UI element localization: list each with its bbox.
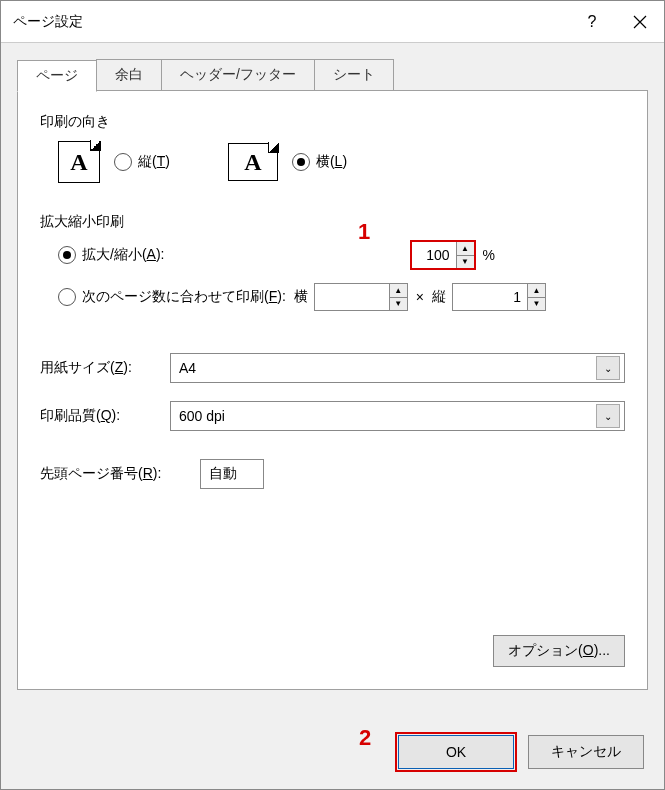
print-quality-label: 印刷品質(Q): (40, 407, 170, 425)
ok-button[interactable]: OK (398, 735, 514, 769)
fit-wide-label: 横 (294, 288, 308, 306)
paper-size-row: 用紙サイズ(Z): A4 ⌄ (40, 353, 625, 383)
fit-wide-input[interactable] (315, 284, 389, 310)
fit-radio-label: 次のページ数に合わせて印刷(F): (82, 288, 286, 306)
chevron-up-icon[interactable]: ▲ (528, 284, 545, 298)
landscape-radio-button[interactable] (292, 153, 310, 171)
print-quality-value: 600 dpi (179, 408, 225, 424)
print-quality-row: 印刷品質(Q): 600 dpi ⌄ (40, 401, 625, 431)
portrait-radio-button[interactable] (114, 153, 132, 171)
close-icon (633, 15, 647, 29)
tab-page[interactable]: ページ (17, 60, 97, 92)
dialog-title: ページ設定 (1, 13, 568, 31)
tab-sheet[interactable]: シート (314, 59, 394, 91)
fit-radio-button[interactable] (58, 288, 76, 306)
scaling-adjust-row: 拡大/縮小(A): 1 ▲▼ % (58, 241, 625, 269)
print-quality-dropdown[interactable]: 600 dpi ⌄ (170, 401, 625, 431)
chevron-up-icon[interactable]: ▲ (390, 284, 407, 298)
adjust-spinbox[interactable]: ▲▼ (411, 241, 475, 269)
chevron-down-icon[interactable]: ▼ (390, 298, 407, 311)
spin-arrows[interactable]: ▲▼ (456, 242, 474, 268)
landscape-radio[interactable]: 横(L) (292, 153, 347, 171)
dialog-content: ページ 余白 ヘッダー/フッター シート 印刷の向き A 縦(T) A (1, 43, 664, 721)
help-button[interactable]: ? (568, 1, 616, 43)
portrait-icon: A (58, 141, 100, 183)
adjust-radio-label: 拡大/縮小(A): (82, 246, 164, 264)
times-label: × (416, 289, 424, 305)
landscape-icon: A (228, 143, 278, 181)
tab-bar: ページ 余白 ヘッダー/フッター シート (17, 59, 648, 91)
spin-arrows[interactable]: ▲▼ (389, 284, 407, 310)
orientation-row: A 縦(T) A 横(L) (58, 141, 625, 183)
cancel-button[interactable]: キャンセル (528, 735, 644, 769)
callout-1: 1 (358, 219, 370, 245)
fit-wide-spinbox[interactable]: ▲▼ (314, 283, 408, 311)
close-button[interactable] (616, 1, 664, 43)
tab-margins[interactable]: 余白 (96, 59, 162, 91)
titlebar: ページ設定 ? (1, 1, 664, 43)
spin-arrows[interactable]: ▲▼ (527, 284, 545, 310)
first-page-row: 先頭ページ番号(R): 自動 (40, 459, 625, 489)
portrait-radio[interactable]: 縦(T) (114, 153, 170, 171)
adjust-input[interactable] (412, 242, 456, 268)
adjust-radio[interactable]: 拡大/縮小(A): (58, 246, 164, 264)
dialog-footer: 2 OK キャンセル (1, 721, 664, 789)
chevron-down-icon[interactable]: ⌄ (596, 404, 620, 428)
first-page-input[interactable]: 自動 (200, 459, 264, 489)
page-setup-dialog: ページ設定 ? ページ 余白 ヘッダー/フッター シート 印刷の向き A 縦(T… (0, 0, 665, 790)
adjust-radio-button[interactable] (58, 246, 76, 264)
first-page-label: 先頭ページ番号(R): (40, 465, 200, 483)
fit-tall-label: 縦 (432, 288, 446, 306)
options-button[interactable]: オプション(O)... (493, 635, 625, 667)
chevron-down-icon[interactable]: ⌄ (596, 356, 620, 380)
chevron-down-icon[interactable]: ▼ (457, 256, 474, 269)
orientation-group-label: 印刷の向き (40, 113, 625, 131)
landscape-radio-label: 横(L) (316, 153, 347, 171)
chevron-down-icon[interactable]: ▼ (528, 298, 545, 311)
callout-2: 2 (359, 725, 371, 751)
tabpanel-page: 印刷の向き A 縦(T) A 横(L) 拡大縮小印刷 (17, 90, 648, 690)
fit-tall-input[interactable] (453, 284, 527, 310)
fit-tall-spinbox[interactable]: ▲▼ (452, 283, 546, 311)
fit-radio[interactable]: 次のページ数に合わせて印刷(F): (58, 288, 286, 306)
percent-label: % (483, 247, 495, 263)
tab-header-footer[interactable]: ヘッダー/フッター (161, 59, 315, 91)
chevron-up-icon[interactable]: ▲ (457, 242, 474, 256)
paper-size-label: 用紙サイズ(Z): (40, 359, 170, 377)
scaling-group-label: 拡大縮小印刷 (40, 213, 625, 231)
paper-size-value: A4 (179, 360, 196, 376)
paper-size-dropdown[interactable]: A4 ⌄ (170, 353, 625, 383)
scaling-fit-row: 次のページ数に合わせて印刷(F): 横 ▲▼ × 縦 ▲▼ (58, 283, 625, 311)
portrait-radio-label: 縦(T) (138, 153, 170, 171)
